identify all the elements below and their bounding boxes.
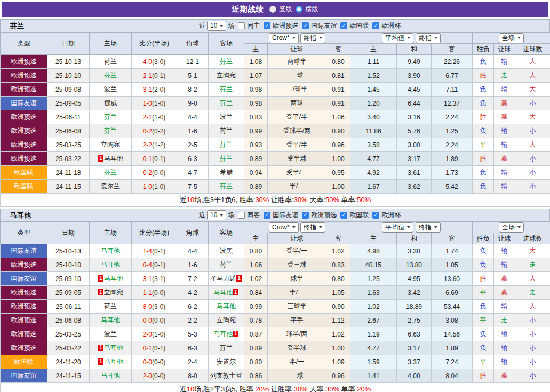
date-cell: 25-06-08 [47,124,90,138]
result-handicap: 输 [494,300,515,314]
crow-home-odds: 0.78 [244,314,268,327]
result-wdl: 负 [473,327,494,341]
avg-draw-odds: 5.76 [397,124,432,138]
sub-column-header: 进球数 [515,233,550,244]
chevron-down-icon [517,37,521,39]
half-time-score: (1-0) [152,331,165,338]
final-odds-select-2[interactable]: 终指 [416,33,441,43]
score-cell: 1-0(1-0) [132,97,177,110]
home-team-cell: 波兰 [90,83,132,97]
summary-part: 50% [325,196,339,204]
avg-away-odds: 53.44 [432,300,473,314]
table-row: 国际友谊25-10-13马耳他1-4(0-1)4-4波黑0.80受半/一1.02… [1,244,550,258]
summary-part: 让胜率: [269,385,293,392]
half-time-score: (0-0) [152,317,165,324]
match-count-select[interactable]: 10 [207,21,226,31]
avg-home-odds: 1.63 [350,286,397,300]
league-checkbox[interactable] [372,212,379,219]
score-cell: 2-0(1-0) [132,327,177,341]
avg-draw-odds: 4.95 [397,272,432,286]
crow-home-odds: 0.80 [244,244,268,258]
bookmaker-select[interactable]: Crow* [269,33,299,43]
away-team-cell: 圣马力诺1 [209,272,244,286]
final-odds-select[interactable]: 终指 [300,33,325,43]
corner-cell: 7-2 [177,272,209,286]
crow-handicap: 球半/两 [268,327,326,341]
avg-away-odds: 5.42 [432,180,473,194]
scope-select[interactable]: 全场 [499,222,524,233]
crow-away-odds: 1.02 [326,327,350,341]
crow-away-odds: 0.91 [326,97,350,110]
full-time-score: 8-0 [143,303,152,310]
result-handicap: 走 [494,69,515,83]
table-row: 欧洲预选25-09-051立陶宛1-1(0-0)4-2马耳他10.84半/一1.… [1,286,550,300]
horizontal-layout-radio[interactable] [296,6,302,13]
score-cell: 3-1(3-1) [132,272,177,286]
league-checkbox[interactable] [302,212,309,219]
away-team-cell: 芬兰 [209,138,244,152]
vertical-layout-label[interactable]: 竖版 [280,5,292,14]
match-count-select[interactable]: 10 [207,210,226,220]
result-wdl: 负 [473,258,494,272]
sub-column-header: 让球 [494,44,515,55]
match-type-badge: 欧洲预选 [1,83,47,97]
same-venue-label: 同客 [247,211,260,220]
league-label: 欧洲杯 [381,21,401,30]
avg-home-odds: 4.92 [350,166,397,180]
same-venue-checkbox[interactable] [238,212,245,219]
summary-part: 20% [255,385,269,392]
section-header: 芬兰近10场同主欧洲预选国际友谊欧国联欧洲杯 [0,19,550,32]
match-type-badge: 欧洲预选 [1,124,47,138]
final-odds-select[interactable]: 终指 [300,222,325,233]
result-wdl: 胜 [473,152,494,166]
layout-radio-group: 竖版 横版 [269,5,318,14]
crow-home-odds: 0.80 [244,355,268,369]
sub-column-header: 客 [326,233,350,244]
final-odds-select-2[interactable]: 终指 [416,222,441,233]
final-odds-select-2-label: 终指 [419,34,432,42]
scope-select-label: 全场 [502,34,515,42]
away-team-cell: 希腊 [209,166,244,180]
summary-part: 让胜率: [269,196,293,204]
sub-column-header: 让球 [494,233,515,244]
same-venue-checkbox[interactable] [238,22,245,29]
average-select[interactable]: 平均值 [382,222,413,233]
home-team-cell: 芬兰 [90,166,132,180]
average-select[interactable]: 平均值 [382,33,413,43]
chevron-down-icon [407,226,410,228]
league-checkbox[interactable] [264,212,270,219]
result-goals: 大 [515,138,550,152]
sub-column-header: 客 [326,44,350,55]
crow-home-odds: 0.89 [244,180,268,194]
league-checkbox[interactable] [302,22,309,29]
half-time-score: (3-1) [152,275,165,283]
average-select-label: 平均值 [385,223,404,231]
half-time-score: (0-1) [152,155,165,163]
home-team-cell: 荷兰 [90,55,132,69]
summary-part: 大率: [308,385,325,392]
horizontal-layout-label[interactable]: 横版 [306,5,318,14]
league-checkbox[interactable] [372,22,379,29]
date-cell: 24-11-15 [47,369,90,383]
away-team-name: 芬兰 [220,58,233,65]
bookmaker-select[interactable]: Crow* [269,222,299,233]
away-team-cell: 安道尔 [209,355,244,369]
result-goals: 小 [515,369,550,383]
scope-select[interactable]: 全场 [499,33,524,43]
home-team-cell: 芬兰 [90,110,132,124]
away-team-cell: 荷兰 [209,124,244,138]
avg-draw-odds: 13.80 [397,258,432,272]
vertical-layout-radio[interactable] [269,6,276,13]
summary-part: 近 [180,196,187,204]
league-checkbox[interactable] [340,22,347,29]
league-checkbox[interactable] [340,212,347,219]
match-type-badge: 国际友谊 [1,369,47,383]
full-time-score: 2-2 [143,141,152,149]
summary-text: 近10场,胜2平3负5, 胜率:20% 让胜率:30% 大率:30% 单率:20… [1,383,550,392]
table-row: 国际友谊25-09-05挪威1-0(1-0)9-0芬兰0.98两球0.911.2… [1,97,550,110]
home-team-name: 波兰 [104,85,117,93]
home-team-cell: 1马耳他 [90,341,132,355]
league-checkbox[interactable] [264,22,270,29]
crow-handicap: 受半/一 [268,166,326,180]
games-label: 场 [228,21,234,30]
